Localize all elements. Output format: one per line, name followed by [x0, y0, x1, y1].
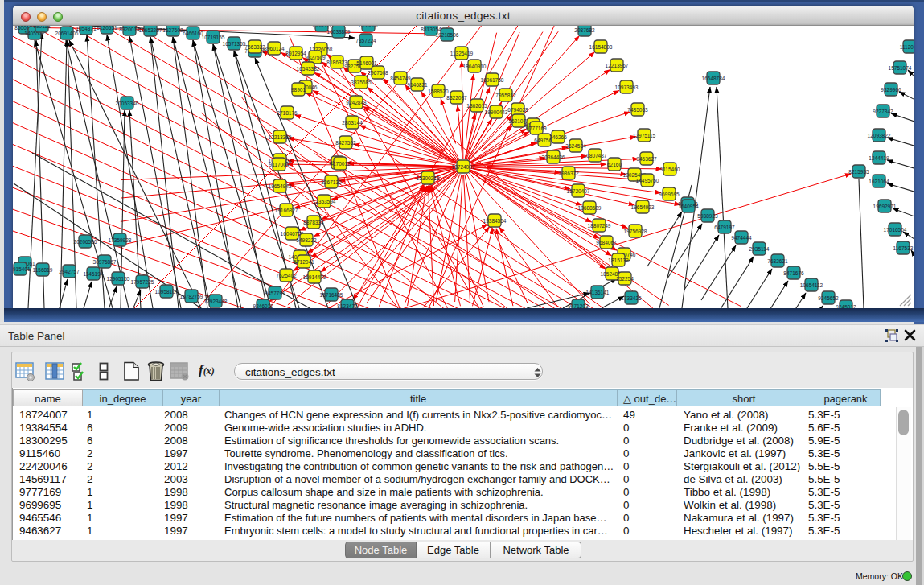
svg-text:19654923: 19654923	[631, 204, 655, 210]
svg-text:9245652: 9245652	[818, 295, 839, 301]
svg-text:17016504: 17016504	[884, 227, 907, 233]
svg-text:12923448: 12923448	[204, 299, 228, 304]
svg-text:15720407: 15720407	[567, 188, 590, 194]
svg-text:6794028: 6794028	[507, 107, 528, 113]
svg-text:14136141: 14136141	[586, 290, 610, 295]
svg-text:16782759: 16782759	[180, 294, 203, 299]
svg-text:15300215: 15300215	[417, 175, 440, 181]
svg-text:11325419: 11325419	[450, 51, 474, 56]
svg-text:5146001: 5146001	[356, 60, 377, 66]
svg-text:5712041: 5712041	[294, 259, 314, 265]
svg-text:8878334: 8878334	[303, 220, 324, 225]
svg-text:10958107: 10958107	[155, 289, 179, 295]
svg-text:3875685: 3875685	[351, 80, 372, 85]
svg-text:8215955: 8215955	[848, 169, 869, 175]
svg-text:2718176: 2718176	[277, 110, 298, 116]
svg-text:15751074: 15751074	[889, 65, 912, 71]
svg-text:16961758: 16961758	[481, 77, 504, 83]
svg-text:3624534: 3624534	[565, 143, 586, 149]
svg-text:14495750: 14495750	[636, 178, 659, 183]
svg-text:10807487: 10807487	[584, 153, 607, 159]
svg-text:10653267: 10653267	[139, 27, 162, 33]
svg-text:7663822: 7663822	[244, 44, 265, 50]
svg-text:15716485: 15716485	[320, 292, 343, 298]
svg-text:19692971: 19692971	[873, 204, 897, 209]
svg-text:8960124: 8960124	[264, 46, 285, 51]
svg-text:2803144: 2803144	[342, 120, 363, 126]
svg-text:98901: 98901	[291, 87, 306, 93]
svg-text:1112035: 1112035	[900, 44, 914, 50]
svg-text:10973493: 10973493	[615, 84, 639, 90]
svg-text:12213369: 12213369	[269, 134, 292, 140]
svg-text:16914479: 16914479	[303, 274, 326, 280]
svg-text:8322037: 8322037	[446, 95, 467, 101]
svg-text:19218506: 19218506	[436, 32, 459, 38]
svg-text:7632621: 7632621	[767, 258, 788, 264]
svg-text:8471676: 8471676	[783, 270, 804, 276]
svg-text:8427552: 8427552	[335, 140, 356, 146]
svg-text:9699695: 9699695	[659, 192, 680, 197]
svg-text:1640954: 1640954	[678, 204, 699, 209]
svg-text:9120551: 9120551	[97, 26, 117, 31]
svg-text:7986372: 7986372	[558, 171, 579, 176]
svg-text:9463627: 9463627	[636, 156, 657, 162]
svg-text:990113: 990113	[33, 26, 51, 29]
svg-text:9117004: 9117004	[269, 162, 290, 167]
svg-text:1815132: 1815132	[608, 257, 629, 263]
svg-text:1244419: 1244419	[869, 155, 889, 161]
svg-text:20364436: 20364436	[542, 154, 565, 160]
svg-text:1033801: 1033801	[358, 26, 379, 28]
svg-text:12213967: 12213967	[606, 63, 629, 68]
svg-text:12905155: 12905155	[107, 276, 130, 282]
svg-text:7625402: 7625402	[276, 273, 297, 278]
svg-text:1588520: 1588520	[428, 89, 449, 94]
svg-text:16571355: 16571355	[223, 41, 246, 47]
svg-text:20206536: 20206536	[74, 239, 97, 245]
svg-text:9474444: 9474444	[731, 235, 752, 241]
svg-text:252254: 252254	[616, 276, 634, 282]
svg-text:1362615: 1362615	[466, 103, 487, 109]
svg-text:1733426: 1733426	[621, 295, 642, 301]
svg-text:18724007: 18724007	[452, 164, 475, 170]
svg-text:1167533: 1167533	[893, 245, 914, 251]
svg-text:2087682: 2087682	[574, 27, 595, 33]
svg-text:16543382: 16543382	[297, 66, 320, 72]
svg-text:12975115: 12975115	[633, 133, 656, 138]
svg-text:9242848: 9242848	[346, 100, 367, 105]
svg-text:4170012: 4170012	[330, 161, 351, 167]
svg-text:10719155: 10719155	[202, 35, 225, 40]
svg-text:6466160: 6466160	[183, 31, 203, 36]
svg-text:5938923: 5938923	[697, 213, 718, 219]
svg-text:9115460: 9115460	[660, 167, 680, 172]
svg-text:19756928: 19756928	[624, 229, 647, 234]
svg-text:6479197: 6479197	[714, 225, 735, 230]
svg-text:7955812: 7955812	[495, 93, 516, 98]
svg-text:8454749: 8454749	[390, 76, 411, 81]
svg-text:1908311: 1908311	[312, 26, 332, 28]
svg-text:8267130: 8267130	[321, 179, 342, 185]
svg-text:2935114: 2935114	[749, 246, 770, 252]
svg-text:10688609: 10688609	[578, 205, 602, 211]
svg-text:2967608: 2967608	[368, 70, 388, 76]
svg-text:20053346: 20053346	[116, 101, 139, 106]
svg-text:1054371: 1054371	[76, 26, 97, 31]
svg-text:17957225: 17957225	[131, 279, 154, 285]
svg-text:9146821: 9146821	[407, 82, 428, 88]
svg-text:7357224: 7357224	[355, 38, 376, 43]
svg-text:746266: 746266	[549, 134, 567, 140]
svg-text:16033809: 16033809	[327, 29, 351, 35]
svg-text:7485063: 7485063	[627, 107, 648, 113]
svg-text:9457791: 9457791	[265, 290, 285, 296]
svg-text:19384554: 19384554	[483, 218, 507, 224]
svg-text:8320014: 8320014	[119, 27, 140, 32]
svg-text:10654112: 10654112	[800, 282, 823, 288]
svg-text:18807249: 18807249	[588, 223, 611, 229]
svg-text:12093822: 12093822	[868, 133, 891, 138]
svg-text:19900443: 19900443	[485, 109, 508, 115]
svg-text:1527602: 1527602	[162, 27, 183, 33]
svg-text:17359928: 17359928	[109, 237, 132, 243]
svg-text:16648784: 16648784	[702, 76, 725, 81]
svg-text:19654943: 19654943	[269, 183, 292, 189]
svg-text:1145194: 1145194	[84, 271, 104, 277]
svg-text:5498222: 5498222	[296, 237, 317, 243]
